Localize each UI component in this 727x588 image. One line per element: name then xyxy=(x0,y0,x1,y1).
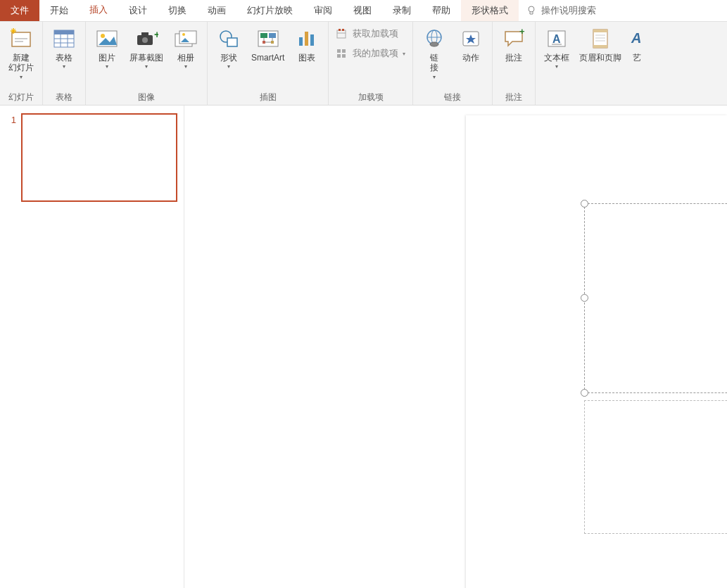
svg-text:A: A xyxy=(552,33,561,45)
group-tables-label: 表格 xyxy=(46,90,82,103)
svg-rect-32 xyxy=(339,29,341,31)
workspace: 1 单击此 xyxy=(0,106,727,588)
wordart-label: 艺 xyxy=(633,53,641,63)
tab-transitions[interactable]: 切换 xyxy=(158,0,197,21)
chevron-down-icon: ▾ xyxy=(145,63,148,70)
svg-text:+: + xyxy=(519,29,525,37)
comment-icon: + xyxy=(500,26,528,51)
svg-rect-21 xyxy=(227,38,237,46)
get-addins-button[interactable]: 获取加载项 xyxy=(336,27,405,40)
slide-thumbnail-1[interactable] xyxy=(21,113,177,202)
table-label: 表格 xyxy=(56,53,72,63)
header-footer-label: 页眉和页脚 xyxy=(579,53,621,63)
action-button[interactable]: 动作 xyxy=(453,25,489,64)
svg-point-14 xyxy=(142,37,148,43)
svg-rect-3 xyxy=(15,41,23,42)
title-placeholder[interactable] xyxy=(584,203,727,393)
album-button[interactable]: 相册 ▾ xyxy=(167,25,204,71)
svg-point-0 xyxy=(529,6,534,12)
thumbnail-row[interactable]: 1 xyxy=(0,113,184,202)
subtitle-placeholder[interactable] xyxy=(584,400,727,534)
svg-point-12 xyxy=(101,34,105,38)
group-links-label: 链接 xyxy=(416,90,489,103)
chevron-down-icon: ▾ xyxy=(184,63,187,70)
my-addins-label: 我的加载项 xyxy=(353,47,398,60)
chevron-down-icon: ▾ xyxy=(63,63,65,70)
svg-rect-6 xyxy=(54,30,74,34)
svg-rect-24 xyxy=(269,33,276,38)
group-images: 图片 ▾ + 屏幕截图 ▾ 相册 ▾ 图像 xyxy=(86,22,208,105)
tab-design[interactable]: 设计 xyxy=(118,0,158,21)
tell-me-search[interactable]: 操作说明搜索 xyxy=(519,0,603,21)
tab-animations[interactable]: 动画 xyxy=(197,0,236,21)
screenshot-button[interactable]: + 屏幕截图 ▾ xyxy=(125,25,167,71)
slide[interactable]: 单击此 xyxy=(466,115,727,588)
tab-file[interactable]: 文件 xyxy=(0,0,39,21)
link-button[interactable]: 链 接 ▾ xyxy=(416,25,453,82)
comment-label: 批注 xyxy=(505,53,522,63)
picture-label: 图片 xyxy=(99,53,115,63)
header-footer-icon xyxy=(586,26,614,51)
tab-home[interactable]: 开始 xyxy=(39,0,79,21)
slide-canvas[interactable]: 单击此 xyxy=(184,106,727,588)
picture-icon xyxy=(93,26,121,51)
chart-label: 图表 xyxy=(298,53,315,63)
chevron-down-icon: ▾ xyxy=(227,63,230,70)
store-icon xyxy=(336,28,348,39)
lightbulb-icon xyxy=(526,5,537,16)
ribbon: 新建 幻灯片 ▾ 幻灯片 表格 ▾ 表格 图片 ▾ xyxy=(0,22,727,106)
smartart-button[interactable]: SmartArt xyxy=(247,25,289,64)
svg-rect-49 xyxy=(593,30,607,32)
svg-rect-29 xyxy=(310,34,314,46)
svg-rect-2 xyxy=(15,38,27,39)
tab-insert[interactable]: 插入 xyxy=(79,0,118,21)
textbox-button[interactable]: A 文本框 ▾ xyxy=(538,25,575,71)
table-button[interactable]: 表格 ▾ xyxy=(46,25,82,71)
group-illustrations-label: 插图 xyxy=(210,90,325,103)
svg-point-19 xyxy=(182,33,185,36)
new-slide-icon xyxy=(7,26,35,51)
comment-button[interactable]: + 批注 xyxy=(495,25,532,64)
group-slides-label: 幻灯片 xyxy=(3,90,39,103)
smartart-icon xyxy=(254,26,282,51)
chart-button[interactable]: 图表 xyxy=(289,25,325,64)
wordart-button[interactable]: A 艺 xyxy=(626,25,644,64)
new-slide-button[interactable]: 新建 幻灯片 ▾ xyxy=(3,25,39,82)
my-addins-button[interactable]: 我的加载项 ▾ xyxy=(336,47,405,60)
screenshot-icon: + xyxy=(132,26,160,51)
link-label: 链 接 xyxy=(430,53,438,73)
tab-help[interactable]: 帮助 xyxy=(422,0,461,21)
tab-record[interactable]: 录制 xyxy=(382,0,422,21)
album-label: 相册 xyxy=(177,53,194,63)
svg-rect-37 xyxy=(342,54,346,58)
smartart-label: SmartArt xyxy=(251,53,284,63)
svg-rect-34 xyxy=(337,49,341,53)
tab-review[interactable]: 审阅 xyxy=(303,0,343,21)
tab-slideshow[interactable]: 幻灯片放映 xyxy=(236,0,303,21)
picture-button[interactable]: 图片 ▾ xyxy=(89,25,125,71)
shapes-button[interactable]: 形状 ▾ xyxy=(210,25,247,71)
table-icon xyxy=(50,26,78,51)
new-slide-label: 新建 幻灯片 xyxy=(8,53,34,73)
chevron-down-icon: ▾ xyxy=(555,63,558,70)
action-label: 动作 xyxy=(462,53,479,63)
shapes-label: 形状 xyxy=(220,53,237,63)
tab-strip: 文件 开始 插入 设计 切换 动画 幻灯片放映 审阅 视图 录制 帮助 形状格式… xyxy=(0,0,727,22)
group-addins: 获取加载项 我的加载项 ▾ 加载项 xyxy=(329,22,413,105)
group-addins-label: 加载项 xyxy=(331,90,410,103)
get-addins-label: 获取加载项 xyxy=(353,27,398,40)
chevron-down-icon: ▾ xyxy=(433,74,436,80)
tab-shape-format[interactable]: 形状格式 xyxy=(461,0,519,21)
svg-rect-26 xyxy=(271,41,274,44)
addins-icon xyxy=(336,48,348,59)
thumbnail-number: 1 xyxy=(4,113,16,125)
svg-rect-23 xyxy=(260,33,267,38)
tab-view[interactable]: 视图 xyxy=(343,0,382,21)
svg-rect-15 xyxy=(141,32,148,36)
group-text-label xyxy=(538,102,644,103)
group-illustrations: 形状 ▾ SmartArt 图表 插图 xyxy=(208,22,329,105)
svg-rect-27 xyxy=(299,37,303,46)
header-footer-button[interactable]: 页眉和页脚 xyxy=(575,25,626,64)
chevron-down-icon: ▾ xyxy=(106,63,108,70)
link-icon xyxy=(420,26,448,51)
